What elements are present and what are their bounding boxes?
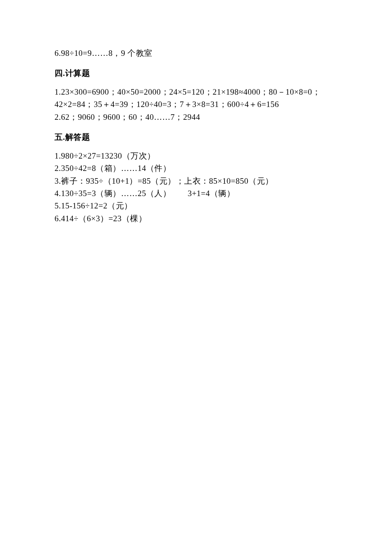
section-5-heading: 五.解答题 <box>55 131 341 143</box>
answer-line: 6.98÷10=9……8，9 个教室 <box>55 47 341 59</box>
solve-line: 6.414÷（6×3）=23（棵） <box>55 212 341 225</box>
calc-line: 2.62；9060；9600；60；40……7；2944 <box>55 111 341 123</box>
solve-line: 3.裤子：935÷（10+1）=85（元）；上衣：85×10=850（元） <box>55 175 341 187</box>
solve-line: 4.130÷35=3（辆）……25（人） 3+1=4（辆） <box>55 187 341 199</box>
solve-line: 1.980÷2×27=13230（万次） <box>55 150 341 162</box>
solve-line: 5.15-156÷12=2（元） <box>55 199 341 212</box>
calc-line: 1.23×300=6900；40×50=2000；24×5=120；21×198… <box>55 86 341 98</box>
calc-line: 42×2=84；35＋4=39；120÷40=3；7＋3×8=31；600÷4＋… <box>55 98 341 110</box>
solve-line: 2.350÷42=8（箱）……14（件） <box>55 162 341 174</box>
section-4-heading: 四.计算题 <box>55 67 341 79</box>
